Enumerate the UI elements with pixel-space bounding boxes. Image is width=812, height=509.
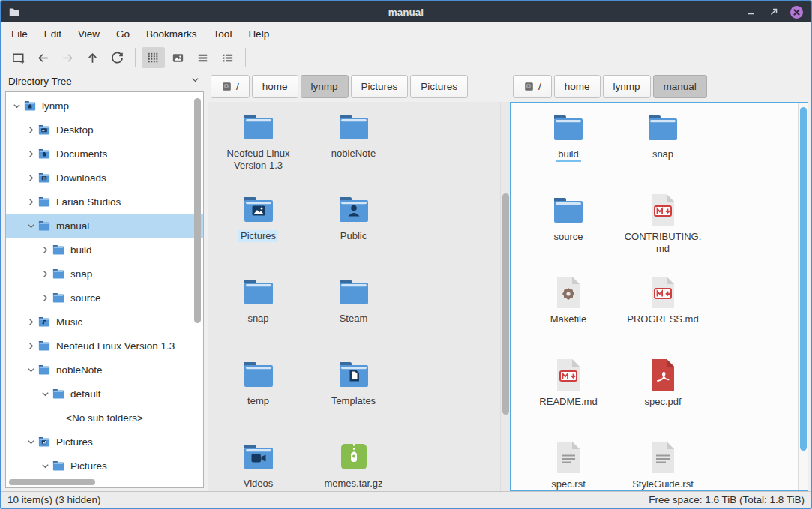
forward-button[interactable] xyxy=(56,47,79,68)
new-tab-button[interactable] xyxy=(7,47,30,68)
maximize-button[interactable] xyxy=(767,5,781,19)
chevron-down-icon[interactable] xyxy=(25,220,37,232)
folder-icon xyxy=(52,387,65,400)
chevron-down-icon[interactable] xyxy=(25,364,37,376)
right-scrollbar-track[interactable] xyxy=(798,103,808,490)
tree-item-downloads[interactable]: Downloads xyxy=(6,166,203,190)
back-button[interactable] xyxy=(31,47,55,68)
tree-item-neofeud-linux-version-1-3[interactable]: Neofeud Linux Version 1.3 xyxy=(6,334,203,358)
tree-item-desktop[interactable]: Desktop xyxy=(6,118,203,142)
file-item-steam[interactable]: Steam xyxy=(306,267,401,349)
file-item-public[interactable]: Public xyxy=(306,184,401,267)
file-item-source[interactable]: source xyxy=(521,185,616,268)
left-scrollbar-handle[interactable] xyxy=(502,193,509,415)
tree-item-pictures[interactable]: Pictures xyxy=(6,430,203,454)
tree-horizontal-scrollbar[interactable] xyxy=(9,479,95,485)
file-label: nobleNote xyxy=(329,148,378,160)
file-item-styleguide-rst[interactable]: StyleGuide.rst xyxy=(616,433,710,491)
left-crumb-home[interactable]: home xyxy=(252,75,298,98)
crumb-label: / xyxy=(236,81,239,92)
tree-item-source[interactable]: source xyxy=(6,286,203,310)
right-file-view[interactable]: build snap source CONTRIBUTING.md Makefi… xyxy=(510,102,808,491)
file-label: Steam xyxy=(337,313,370,325)
folder-icon xyxy=(241,356,277,392)
chevron-right-icon[interactable] xyxy=(25,148,37,160)
right-crumb-lynmp[interactable]: lynmp xyxy=(603,75,651,98)
chevron-right-icon[interactable] xyxy=(25,316,37,328)
tree-item-snap[interactable]: snap xyxy=(6,262,203,286)
menu-file[interactable]: File xyxy=(3,25,36,43)
file-item-templates[interactable]: Templates xyxy=(306,349,401,432)
chevron-down-icon[interactable] xyxy=(10,100,23,112)
tree-item-lynmp[interactable]: lynmp xyxy=(6,94,203,118)
folder-icon xyxy=(37,195,51,208)
tree-item-documents[interactable]: Documents xyxy=(6,142,203,166)
left-crumb-pictures[interactable]: Pictures xyxy=(410,75,468,98)
menu-bookmarks[interactable]: Bookmarks xyxy=(138,25,205,43)
folder-icon xyxy=(37,339,51,352)
tree-item-manual[interactable]: manual xyxy=(6,214,203,238)
left-crumb-root[interactable]: / xyxy=(211,75,250,98)
folder-icon xyxy=(550,109,586,145)
thumbnail-view-icon xyxy=(171,51,185,65)
tree-item-label: Documents xyxy=(56,148,112,160)
file-item-neofeud-linux-version-1-3[interactable]: Neofeud Linux Version 1.3 xyxy=(211,102,306,184)
chevron-right-icon[interactable] xyxy=(25,340,37,352)
file-item-memes-tar-gz[interactable]: memes.tar.gz xyxy=(306,432,401,491)
file-item-progress-md[interactable]: PROGRESS.md xyxy=(616,268,710,350)
right-crumb-manual[interactable]: manual xyxy=(653,75,707,98)
menu-edit[interactable]: Edit xyxy=(36,25,70,43)
close-button[interactable] xyxy=(790,6,803,19)
menu-tool[interactable]: Tool xyxy=(205,25,241,43)
file-item-temp[interactable]: temp xyxy=(211,349,306,432)
chevron-down-icon[interactable] xyxy=(39,460,52,472)
right-scrollbar-handle[interactable] xyxy=(800,107,807,451)
tree-item-pictures[interactable]: Pictures xyxy=(6,454,203,478)
chevron-right-icon[interactable] xyxy=(39,244,52,256)
tree-vertical-scrollbar[interactable] xyxy=(194,98,201,323)
left-crumb-lynmp[interactable]: lynmp xyxy=(301,75,349,98)
file-item-snap[interactable]: snap xyxy=(211,267,306,349)
tree-item--no-sub-folders-[interactable]: <No sub folders> xyxy=(6,406,203,430)
chevron-right-icon[interactable] xyxy=(39,292,52,304)
chevron-right-icon[interactable] xyxy=(25,172,37,184)
file-item-pictures[interactable]: Pictures xyxy=(211,184,306,267)
window-controls xyxy=(744,5,803,19)
chevron-right-icon[interactable] xyxy=(39,268,52,280)
right-crumb-home[interactable]: home xyxy=(554,75,601,98)
tree-item-build[interactable]: build xyxy=(6,238,203,262)
file-item-videos[interactable]: Videos xyxy=(211,432,306,491)
up-button[interactable] xyxy=(81,47,104,68)
tree-item-noblenote[interactable]: nobleNote xyxy=(6,358,203,382)
menu-go[interactable]: Go xyxy=(108,25,138,43)
file-item-noblenote[interactable]: nobleNote xyxy=(306,102,401,184)
file-item-contributing-md[interactable]: CONTRIBUTING.md xyxy=(616,185,710,268)
tree-item-music[interactable]: Music xyxy=(6,310,203,334)
chevron-down-icon[interactable] xyxy=(190,74,201,88)
menu-help[interactable]: Help xyxy=(240,25,277,43)
tree-item-default[interactable]: default xyxy=(6,382,203,406)
file-item-spec-pdf[interactable]: spec.pdf xyxy=(616,350,710,433)
left-crumb-pictures[interactable]: Pictures xyxy=(351,75,409,98)
chevron-right-icon[interactable] xyxy=(25,196,37,208)
reload-button[interactable] xyxy=(106,47,129,68)
chevron-down-icon[interactable] xyxy=(39,388,52,400)
file-label: temp xyxy=(245,395,271,407)
left-file-view[interactable]: Neofeud Linux Version 1.3 nobleNote Pict… xyxy=(208,102,510,491)
file-item-makefile[interactable]: Makefile xyxy=(521,268,616,350)
chevron-right-icon[interactable] xyxy=(25,124,37,136)
file-item-snap[interactable]: snap xyxy=(616,103,710,185)
chevron-down-icon[interactable] xyxy=(25,436,37,448)
menu-view[interactable]: View xyxy=(70,25,108,43)
left-scrollbar-track[interactable] xyxy=(500,102,510,491)
thumbnail-view-button[interactable] xyxy=(166,47,190,68)
file-item-readme-md[interactable]: README.md xyxy=(521,350,616,433)
file-item-build[interactable]: build xyxy=(521,103,616,185)
file-item-spec-rst[interactable]: spec.rst xyxy=(521,433,616,491)
icon-view-button[interactable] xyxy=(142,47,165,68)
minimize-button[interactable] xyxy=(744,5,757,19)
tree-item-larian-studios[interactable]: Larian Studios xyxy=(6,190,203,214)
detailed-view-button[interactable] xyxy=(216,47,239,68)
compact-view-button[interactable] xyxy=(191,47,214,68)
right-crumb-root[interactable]: / xyxy=(513,75,552,98)
